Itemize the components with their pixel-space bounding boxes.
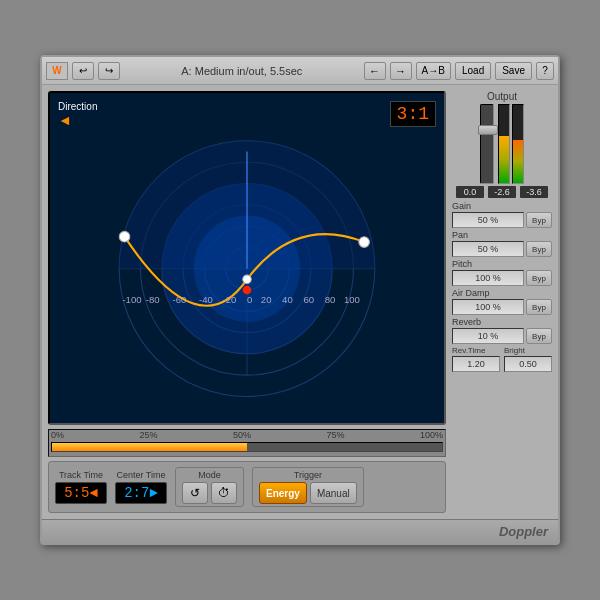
pan-param: Pan 50 % Byp: [452, 230, 552, 257]
mode-label: Mode: [198, 470, 221, 480]
progress-labels: 0% 25% 50% 75% 100%: [49, 430, 445, 440]
main-content: -100 -80 -60 -40 -20 0 20 40 60 80 100 D…: [42, 85, 558, 519]
load-button[interactable]: Load: [455, 62, 491, 80]
rev-time-bright-labels: Rev.Time Bright: [452, 346, 552, 355]
counter-display: 3:1: [390, 101, 436, 127]
gain-param: Gain 50 % Byp: [452, 201, 552, 228]
pan-byp-button[interactable]: Byp: [526, 241, 552, 257]
rev-time-bright-values: 1.20 0.50: [452, 356, 552, 372]
progress-fill: [52, 443, 247, 451]
pitch-param: Pitch 100 % Byp: [452, 259, 552, 286]
air-damp-byp-button[interactable]: Byp: [526, 299, 552, 315]
trigger-section: Trigger Energy Manual: [252, 467, 364, 507]
reverb-byp-button[interactable]: Byp: [526, 328, 552, 344]
right-panel: Output: [452, 91, 552, 513]
preset-name: A: Medium in/out, 5.5sec: [124, 65, 360, 77]
direction-text: Direction: [58, 101, 97, 112]
svg-text:20: 20: [261, 294, 272, 305]
svg-text:60: 60: [303, 294, 314, 305]
pitch-value[interactable]: 100 %: [452, 270, 524, 286]
output-label: Output: [487, 91, 517, 102]
brand-bar: Doppler: [42, 519, 558, 543]
reverb-value[interactable]: 10 %: [452, 328, 524, 344]
svg-text:40: 40: [282, 294, 293, 305]
prog-25: 25%: [139, 430, 157, 440]
undo-button[interactable]: ↩: [72, 62, 94, 80]
gain-value[interactable]: 50 %: [452, 212, 524, 228]
svg-text:100: 100: [344, 294, 360, 305]
fader-thumb[interactable]: [478, 125, 498, 135]
progress-track[interactable]: [51, 442, 443, 452]
radar-display[interactable]: -100 -80 -60 -40 -20 0 20 40 60 80 100 D…: [48, 91, 446, 425]
prog-0: 0%: [51, 430, 64, 440]
prog-50: 50%: [233, 430, 251, 440]
center-time-display: Center Time 2:7►: [115, 470, 167, 504]
meter-container: [498, 104, 524, 184]
pitch-byp-button[interactable]: Byp: [526, 270, 552, 286]
svg-text:-60: -60: [172, 294, 186, 305]
track-time-display: Track Time 5:5◄: [55, 470, 107, 504]
direction-label: Direction ◄: [58, 101, 97, 128]
pitch-label: Pitch: [452, 259, 552, 269]
track-time-label: Track Time: [55, 470, 107, 480]
left-panel: -100 -80 -60 -40 -20 0 20 40 60 80 100 D…: [48, 91, 446, 513]
air-damp-value[interactable]: 100 %: [452, 299, 524, 315]
mode-section: Mode ↺ ⏱: [175, 467, 244, 507]
mode-loop-button[interactable]: ↺: [182, 482, 208, 504]
energy-button[interactable]: Energy: [259, 482, 307, 504]
param-section: Gain 50 % Byp Pan 50 % Byp Pitch: [452, 201, 552, 513]
meter-val-3: -3.6: [520, 186, 548, 198]
center-time-label: Center Time: [115, 470, 167, 480]
fader-container: [480, 104, 494, 184]
pitch-controls: 100 % Byp: [452, 270, 552, 286]
title-bar: W ↩ ↪ A: Medium in/out, 5.5sec ← → A→B L…: [42, 57, 558, 85]
meter-values: 0.0 -2.6 -3.6: [456, 186, 548, 198]
gain-byp-button[interactable]: Byp: [526, 212, 552, 228]
trigger-label: Trigger: [294, 470, 322, 480]
meter-bar-1: [498, 104, 510, 184]
meter-fill-2: [513, 140, 523, 183]
save-button[interactable]: Save: [495, 62, 532, 80]
bright-value[interactable]: 0.50: [504, 356, 552, 372]
fader-track[interactable]: [480, 104, 494, 184]
svg-point-11: [119, 231, 130, 242]
output-section: Output: [452, 91, 552, 198]
help-button[interactable]: ?: [536, 62, 554, 80]
next-preset-button[interactable]: →: [390, 62, 412, 80]
plugin-window: W ↩ ↪ A: Medium in/out, 5.5sec ← → A→B L…: [40, 55, 560, 545]
svg-point-13: [359, 237, 370, 248]
svg-text:-80: -80: [146, 294, 160, 305]
prog-75: 75%: [326, 430, 344, 440]
rev-time-value[interactable]: 1.20: [452, 356, 500, 372]
svg-text:0: 0: [247, 294, 252, 305]
svg-text:-40: -40: [199, 294, 213, 305]
meter-bar-2: [512, 104, 524, 184]
waves-logo: W: [46, 62, 68, 80]
center-time-value[interactable]: 2:7►: [115, 482, 167, 504]
trigger-buttons: Energy Manual: [259, 482, 357, 504]
track-time-value[interactable]: 5:5◄: [55, 482, 107, 504]
prog-100: 100%: [420, 430, 443, 440]
mode-buttons: ↺ ⏱: [182, 482, 237, 504]
svg-point-12: [243, 275, 252, 284]
redo-button[interactable]: ↪: [98, 62, 120, 80]
pan-controls: 50 % Byp: [452, 241, 552, 257]
ab-button[interactable]: A→B: [416, 62, 451, 80]
meter-val-1: 0.0: [456, 186, 484, 198]
prev-preset-button[interactable]: ←: [364, 62, 386, 80]
meters-row: [480, 104, 524, 184]
manual-button[interactable]: Manual: [310, 482, 357, 504]
progress-area[interactable]: 0% 25% 50% 75% 100%: [48, 429, 446, 457]
direction-arrow: ◄: [58, 112, 97, 128]
air-damp-controls: 100 % Byp: [452, 299, 552, 315]
gain-label: Gain: [452, 201, 552, 211]
bright-label: Bright: [504, 346, 552, 355]
pan-label: Pan: [452, 230, 552, 240]
rev-time-label: Rev.Time: [452, 346, 500, 355]
pan-value[interactable]: 50 %: [452, 241, 524, 257]
reverb-param: Reverb 10 % Byp: [452, 317, 552, 344]
mode-timer-button[interactable]: ⏱: [211, 482, 237, 504]
reverb-controls: 10 % Byp: [452, 328, 552, 344]
svg-text:80: 80: [325, 294, 336, 305]
brand-name: Doppler: [499, 524, 548, 539]
